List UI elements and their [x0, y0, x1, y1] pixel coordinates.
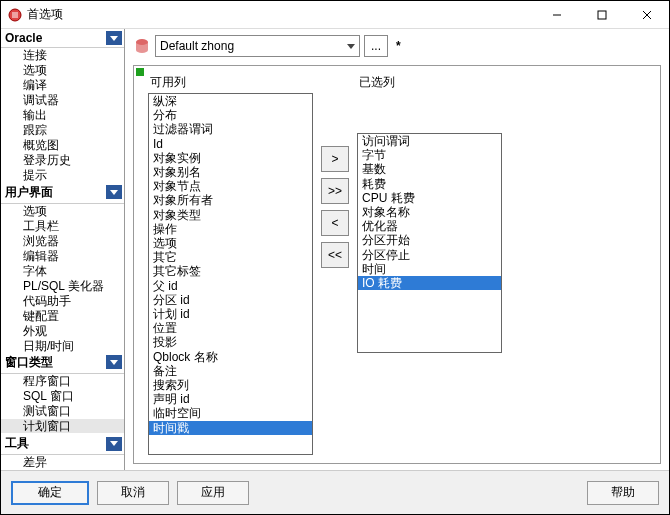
sidebar-item[interactable]: 程序窗口 [1, 374, 124, 389]
list-item[interactable]: 投影 [149, 335, 312, 349]
list-item[interactable]: 其它标签 [149, 264, 312, 278]
list-item[interactable]: 声明 id [149, 392, 312, 406]
list-item[interactable]: 对象节点 [149, 179, 312, 193]
list-item[interactable]: Qblock 名称 [149, 350, 312, 364]
sidebar-section-header[interactable]: 窗口类型 [3, 353, 106, 372]
maximize-button[interactable] [579, 1, 624, 29]
list-item[interactable]: 其它 [149, 250, 312, 264]
sidebar-item[interactable]: 提示 [1, 168, 124, 182]
chevron-down-icon[interactable] [106, 31, 122, 45]
window-title: 首选项 [27, 6, 63, 23]
cancel-button[interactable]: 取消 [97, 481, 169, 505]
selected-listbox[interactable]: 访问谓词字节基数耗费CPU 耗费对象名称优化器分区开始分区停止时间IO 耗费 [357, 133, 502, 353]
chevron-down-icon [347, 44, 355, 49]
available-listbox[interactable]: 纵深分布过滤器谓词Id对象实例对象别名对象节点对象所有者对象类型操作选项其它其它… [148, 93, 313, 455]
move-right-button[interactable]: > [321, 146, 349, 172]
list-item[interactable]: 对象所有者 [149, 193, 312, 207]
list-item[interactable]: 分区 id [149, 293, 312, 307]
list-item[interactable]: 操作 [149, 222, 312, 236]
sidebar-item[interactable]: SQL 窗口 [1, 389, 124, 404]
sidebar-section-header[interactable]: 工具 [3, 434, 106, 453]
list-item[interactable]: 访问谓词 [358, 134, 501, 148]
minimize-button[interactable] [534, 1, 579, 29]
sidebar-item[interactable]: 输出 [1, 108, 124, 123]
list-item[interactable]: CPU 耗费 [358, 191, 501, 205]
sidebar: Oracle连接选项编译调试器输出跟踪概览图登录历史提示用户界面选项工具栏浏览器… [1, 29, 125, 470]
chevron-down-icon[interactable] [106, 185, 122, 199]
sidebar-item[interactable]: 选项 [1, 204, 124, 219]
sidebar-item[interactable]: 选项 [1, 63, 124, 78]
sidebar-item[interactable]: 跟踪 [1, 123, 124, 138]
list-item[interactable]: 分布 [149, 108, 312, 122]
list-item[interactable]: 基数 [358, 162, 501, 176]
list-item[interactable]: 位置 [149, 321, 312, 335]
sidebar-item[interactable]: 编译 [1, 78, 124, 93]
sidebar-item[interactable]: 工具栏 [1, 219, 124, 234]
list-item[interactable]: 字节 [358, 148, 501, 162]
titlebar: 首选项 [1, 1, 669, 29]
list-item[interactable]: Id [149, 137, 312, 151]
apply-button[interactable]: 应用 [177, 481, 249, 505]
status-indicator [136, 68, 144, 76]
sidebar-item[interactable]: 日期/时间 [1, 339, 124, 352]
list-item[interactable]: 优化器 [358, 219, 501, 233]
list-item[interactable]: IO 耗费 [358, 276, 501, 290]
list-item[interactable]: 分区开始 [358, 233, 501, 247]
sidebar-section-header[interactable]: 用户界面 [3, 183, 106, 202]
list-item[interactable]: 父 id [149, 279, 312, 293]
browse-button[interactable]: ... [364, 35, 388, 57]
profile-value: Default zhong [160, 39, 234, 53]
app-icon [7, 7, 23, 23]
list-item[interactable]: 计划 id [149, 307, 312, 321]
sidebar-item[interactable]: 代码助手 [1, 294, 124, 309]
list-item[interactable]: 纵深 [149, 94, 312, 108]
list-item[interactable]: 对象类型 [149, 208, 312, 222]
sidebar-item[interactable]: 字体 [1, 264, 124, 279]
list-item[interactable]: 对象别名 [149, 165, 312, 179]
sidebar-item[interactable]: 浏览器 [1, 234, 124, 249]
list-item[interactable]: 选项 [149, 236, 312, 250]
help-button[interactable]: 帮助 [587, 481, 659, 505]
sidebar-item[interactable]: 概览图 [1, 138, 124, 153]
svg-rect-3 [598, 11, 606, 19]
chevron-down-icon[interactable] [106, 355, 122, 369]
sidebar-item[interactable]: 计划窗口 [1, 419, 124, 433]
list-item[interactable]: 分区停止 [358, 248, 501, 262]
sidebar-section-header[interactable]: Oracle [3, 30, 106, 46]
move-all-left-button[interactable]: << [321, 242, 349, 268]
list-item[interactable]: 耗费 [358, 177, 501, 191]
ok-button[interactable]: 确定 [11, 481, 89, 505]
sidebar-item[interactable]: 测试窗口 [1, 404, 124, 419]
list-item[interactable]: 时间戳 [149, 421, 312, 435]
sidebar-item[interactable]: PL/SQL 美化器 [1, 279, 124, 294]
list-item[interactable]: 对象名称 [358, 205, 501, 219]
selected-label: 已选列 [359, 74, 502, 91]
sidebar-item[interactable]: 键配置 [1, 309, 124, 324]
sidebar-item[interactable]: 登录历史 [1, 153, 124, 168]
move-left-button[interactable]: < [321, 210, 349, 236]
list-item[interactable]: 时间 [358, 262, 501, 276]
move-all-right-button[interactable]: >> [321, 178, 349, 204]
list-item[interactable]: 对象实例 [149, 151, 312, 165]
list-item[interactable]: 搜索列 [149, 378, 312, 392]
database-icon [133, 37, 151, 55]
sidebar-item[interactable]: 连接 [1, 48, 124, 63]
profile-select[interactable]: Default zhong [155, 35, 360, 57]
sidebar-item[interactable]: 调试器 [1, 93, 124, 108]
footer: 确定 取消 应用 帮助 [1, 470, 669, 514]
close-button[interactable] [624, 1, 669, 29]
sidebar-item[interactable]: 差异 [1, 455, 124, 470]
sidebar-item[interactable]: 外观 [1, 324, 124, 339]
modified-indicator: * [396, 39, 401, 53]
list-item[interactable]: 过滤器谓词 [149, 122, 312, 136]
list-item[interactable]: 临时空间 [149, 406, 312, 420]
sidebar-item[interactable]: 编辑器 [1, 249, 124, 264]
available-label: 可用列 [150, 74, 313, 91]
list-item[interactable]: 备注 [149, 364, 312, 378]
svg-rect-1 [12, 12, 18, 18]
chevron-down-icon[interactable] [106, 437, 122, 451]
